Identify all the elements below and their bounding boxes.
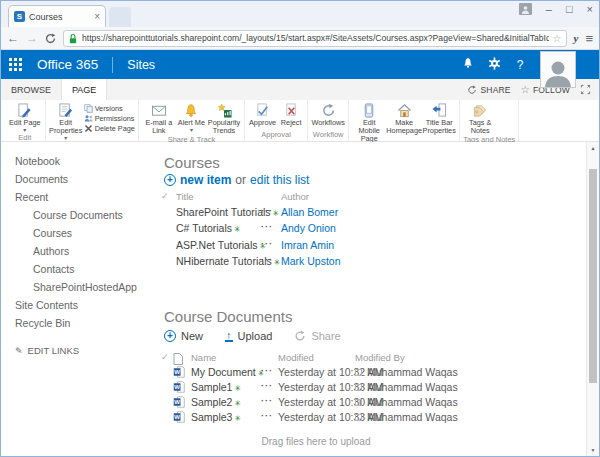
sidebar-item-recycle-bin[interactable]: Recycle Bin xyxy=(15,314,151,332)
minimize-button[interactable]: – xyxy=(546,3,552,15)
item-menu-ellipsis[interactable]: ··· xyxy=(261,206,273,216)
address-bar[interactable]: https://sharepointtutorials.sharepoint.c… xyxy=(63,30,567,47)
item-menu-ellipsis[interactable]: ··· xyxy=(261,396,273,406)
item-menu-ellipsis[interactable]: ··· xyxy=(261,222,273,232)
focus-mode-icon[interactable] xyxy=(580,84,591,95)
course-title[interactable]: ASP.Net Tutorials✳ xyxy=(176,239,266,251)
url-text[interactable]: https://sharepointtutorials.sharepoint.c… xyxy=(82,33,549,43)
app-launcher-waffle-icon[interactable] xyxy=(1,50,31,79)
column-modified[interactable]: Modified xyxy=(278,352,314,363)
share-button[interactable]: SHARE xyxy=(467,85,510,95)
sidebar-item-sharepointhostedapp[interactable]: SharePointHostedApp xyxy=(15,278,151,296)
column-modified-by[interactable]: Modified By xyxy=(355,352,405,363)
document-row-2[interactable]: W Sample2✳ ··· Yesterday at 10:30 AM Muh… xyxy=(151,396,585,411)
chrome-profile-icon[interactable] xyxy=(519,3,532,15)
column-name[interactable]: Name xyxy=(191,352,216,363)
user-avatar[interactable] xyxy=(540,51,576,88)
browser-tab-courses[interactable]: S Courses × xyxy=(8,5,106,27)
document-name[interactable]: Sample1✳ xyxy=(191,381,241,393)
tab-close-icon[interactable]: × xyxy=(94,12,100,22)
edit-properties-button[interactable]: Edit Properties ▾ xyxy=(49,102,83,141)
office365-brand[interactable]: Office 365 xyxy=(31,57,112,72)
course-row-2[interactable]: ASP.Net Tutorials✳ ··· Imran Amin xyxy=(151,239,585,255)
author-link[interactable]: Allan Bomer xyxy=(281,206,338,218)
close-button[interactable]: × xyxy=(587,3,593,15)
email-link-button[interactable]: E-mail a Link xyxy=(142,102,176,135)
make-homepage-button[interactable]: Make Homepage xyxy=(387,102,421,135)
new-item-link[interactable]: new item xyxy=(180,173,231,187)
scroll-down-icon[interactable]: ▼ xyxy=(587,447,599,453)
suitebar-sites-link[interactable]: Sites xyxy=(113,58,169,72)
forward-button[interactable]: → xyxy=(26,32,38,44)
browser-menu-icon[interactable]: ≡ xyxy=(585,31,593,46)
modified-by-value[interactable]: Muhammad Waqas xyxy=(355,411,458,423)
sidebar-item-authors[interactable]: Authors xyxy=(15,242,151,260)
document-name[interactable]: Sample3✳ xyxy=(191,411,241,423)
sidebar-item-notebook[interactable]: Notebook xyxy=(15,152,151,170)
sidebar-item-contacts[interactable]: Contacts xyxy=(15,260,151,278)
extension-icon[interactable]: y xyxy=(574,32,579,44)
title-bar-properties-button[interactable]: Title Bar Properties xyxy=(422,102,456,135)
documents-webpart-title[interactable]: Course Documents xyxy=(164,308,292,325)
scrollbar-thumb[interactable] xyxy=(589,169,597,383)
popularity-trends-button[interactable]: Popularity Trends xyxy=(207,102,241,135)
column-title[interactable]: Title xyxy=(176,191,194,202)
alert-me-button[interactable]: Alert Me ▾ xyxy=(177,102,206,133)
courses-webpart-title[interactable]: Courses xyxy=(164,154,220,171)
document-name[interactable]: My Document✳ xyxy=(191,366,264,378)
new-item-plus-icon[interactable]: + xyxy=(164,174,176,186)
reload-button[interactable] xyxy=(45,33,56,44)
document-row-1[interactable]: W Sample1✳ ··· Yesterday at 10:33 AM Muh… xyxy=(151,381,585,396)
sidebar-item-course-documents[interactable]: Course Documents xyxy=(15,206,151,224)
settings-gear-icon[interactable] xyxy=(481,57,507,73)
document-row-3[interactable]: W Sample3✳ ··· Yesterday at 10:33 AM Muh… xyxy=(151,411,585,426)
item-menu-ellipsis[interactable]: ··· xyxy=(261,366,273,376)
item-menu-ellipsis[interactable]: ··· xyxy=(261,239,273,249)
document-name[interactable]: Sample2✳ xyxy=(191,396,241,408)
edit-links-button[interactable]: ✎ EDIT LINKS xyxy=(15,345,151,356)
column-author[interactable]: Author xyxy=(281,191,309,202)
modified-by-value[interactable]: Muhammad Waqas xyxy=(355,396,458,408)
edit-this-list-link[interactable]: edit this list xyxy=(250,173,309,187)
item-menu-ellipsis[interactable]: ··· xyxy=(261,255,273,265)
approve-button[interactable]: Approve xyxy=(248,102,277,127)
course-row-0[interactable]: SharePoint Tutorials✳ ··· Allan Bomer xyxy=(151,206,585,222)
edit-page-button[interactable]: Edit Page ▾ xyxy=(8,102,42,133)
scroll-up-icon[interactable]: ▲ xyxy=(587,145,599,151)
sidebar-item-site-contents[interactable]: Site Contents xyxy=(15,296,151,314)
tags-notes-button[interactable]: Tags & Notes xyxy=(463,102,497,135)
file-type-column-icon[interactable] xyxy=(173,353,183,365)
item-menu-ellipsis[interactable]: ··· xyxy=(261,411,273,421)
item-menu-ellipsis[interactable]: ··· xyxy=(261,381,273,391)
workflows-button[interactable]: Workflows xyxy=(311,102,345,127)
notifications-bell-icon[interactable] xyxy=(455,57,481,72)
versions-button[interactable]: Versions xyxy=(84,103,135,113)
new-tab-button[interactable] xyxy=(109,7,131,27)
bookmark-star-icon[interactable]: ☆ xyxy=(553,33,562,44)
tab-page[interactable]: PAGE xyxy=(61,79,107,100)
new-document-button[interactable]: + New xyxy=(164,330,203,342)
author-link[interactable]: Mark Upston xyxy=(281,255,341,267)
sidebar-item-courses[interactable]: Courses xyxy=(15,224,151,242)
upload-button[interactable]: ↑ Upload xyxy=(225,330,272,342)
sidebar-item-documents[interactable]: Documents xyxy=(15,170,151,188)
course-row-3[interactable]: NHibernate Tutorials✳ ··· Mark Upston xyxy=(151,255,585,271)
tab-browse[interactable]: BROWSE xyxy=(1,79,61,100)
select-all-check-icon[interactable]: ✓ xyxy=(161,191,169,201)
document-row-0[interactable]: W My Document✳ ··· Yesterday at 10:32 AM… xyxy=(151,366,585,381)
help-button[interactable]: ? xyxy=(507,58,533,72)
author-link[interactable]: Andy Onion xyxy=(281,222,336,234)
modified-by-value[interactable]: Muhammad Waqas xyxy=(355,366,458,378)
permissions-button[interactable]: Permissions xyxy=(84,113,135,123)
reject-button[interactable]: Reject xyxy=(278,102,304,127)
author-link[interactable]: Imran Amin xyxy=(281,239,334,251)
modified-by-value[interactable]: Muhammad Waqas xyxy=(355,381,458,393)
maximize-button[interactable]: □ xyxy=(566,3,573,15)
vertical-scrollbar[interactable]: ▲ ▼ xyxy=(586,142,599,456)
course-title[interactable]: C# Tutorials✳ xyxy=(176,222,241,234)
share-document-button[interactable]: Share xyxy=(294,330,340,342)
back-button[interactable]: ← xyxy=(7,32,19,44)
select-all-check-icon[interactable]: ✓ xyxy=(161,352,169,362)
course-row-1[interactable]: C# Tutorials✳ ··· Andy Onion xyxy=(151,222,585,238)
delete-page-button[interactable]: Delete Page xyxy=(84,123,135,133)
